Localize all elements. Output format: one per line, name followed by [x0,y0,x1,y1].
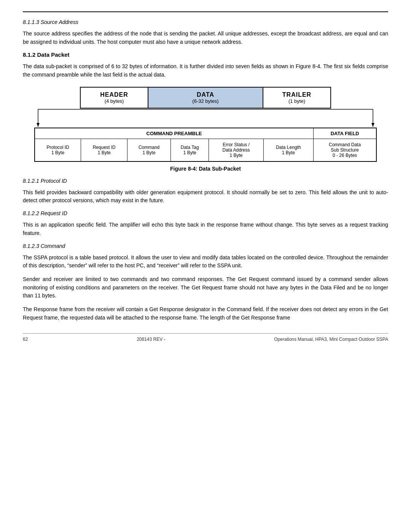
packet-table: COMMAND PREAMBLE DATA FIELD Protocol ID1… [34,128,377,162]
col-data-length: Data Length1 Byte [263,139,313,161]
svg-marker-5 [371,123,374,127]
top-boxes: HEADER (4 bytes) DATA (6-32 bytes) TRAIL… [34,87,377,109]
header-label: HEADER [86,91,142,98]
col-error-status: Error Status /Data Address1 Byte [209,139,263,161]
col-data-tag: Data Tag1 Byte [170,139,209,161]
table-data-row: Protocol ID1 Byte Request ID1 Byte Comma… [35,139,376,161]
section-8123-body1: The SSPA protocol is a table based proto… [23,254,388,270]
section-8123-title: 8.1.2.3 Command [23,243,388,249]
footer-page-number: 62 [23,337,28,342]
bottom-rule [23,333,388,334]
arrow-area [34,109,377,128]
col-request-id: Request ID1 Byte [81,139,127,161]
header-sub: (4 bytes) [86,98,142,104]
col-command-data: Command DataSub Structure0 - 26 Bytes [314,139,376,161]
table-header-row: COMMAND PREAMBLE DATA FIELD [35,128,376,139]
footer-center: 208143 REV - [137,337,165,342]
section-813-body: The source address specifies the address… [23,30,388,46]
diagram: HEADER (4 bytes) DATA (6-32 bytes) TRAIL… [34,87,377,172]
section-8122-body: This is an application specific field. T… [23,221,388,237]
trailer-box: TRAILER (1 byte) [263,87,331,109]
section-812-title: 8.1.2 Data Packet [23,51,388,58]
data-box: DATA (6-32 bytes) [148,87,263,109]
top-rule [23,11,388,12]
svg-marker-2 [37,123,40,127]
section-8121-body: This field provides backward compatibili… [23,189,388,205]
data-label: DATA [154,91,257,98]
section-8121-title: 8.1.2.1 Protocol ID [23,178,388,184]
datafield-header: DATA FIELD [314,128,376,139]
col-command: Command1 Byte [127,139,171,161]
section-8123-body2: Sender and receiver are limited to two c… [23,275,388,300]
header-box: HEADER (4 bytes) [80,87,148,109]
footer-right: Operations Manual, HPA3, Mini Compact Ou… [274,337,388,342]
preamble-header: COMMAND PREAMBLE [35,128,314,139]
section-8123-body3: The Response frame from the receiver wil… [23,305,388,322]
figure-caption: Figure 8-4: Data Sub-Packet [34,166,377,172]
trailer-sub: (1 byte) [269,98,325,104]
trailer-label: TRAILER [269,91,325,98]
footer: 62 208143 REV - Operations Manual, HPA3,… [23,337,388,342]
section-8122-title: 8.1.2.2 Request ID [23,210,388,216]
data-sub: (6-32 bytes) [154,98,257,104]
col-protocol-id: Protocol ID1 Byte [35,139,81,161]
section-812-body: The data sub-packet is comprised of 6 to… [23,62,388,79]
page: 8.1.1.3 Source Address The source addres… [0,0,411,532]
section-813-title: 8.1.1.3 Source Address [23,19,388,25]
